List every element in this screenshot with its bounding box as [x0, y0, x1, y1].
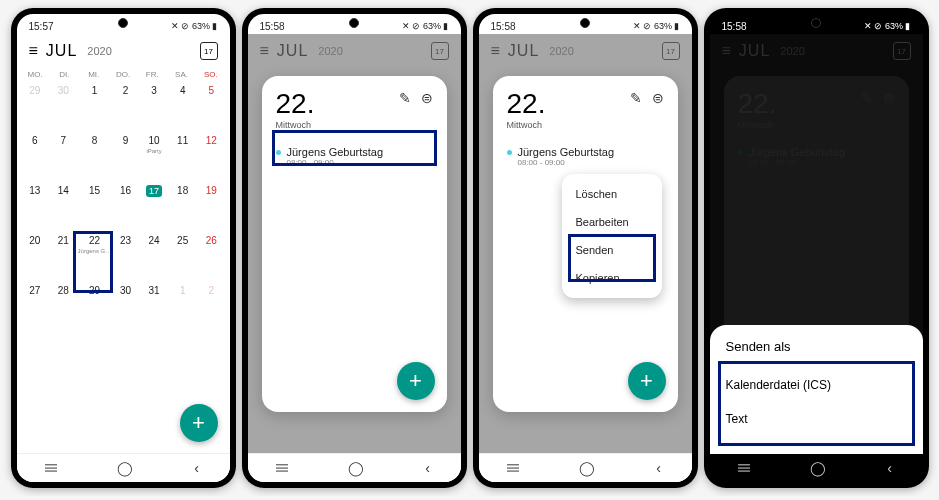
day-cell-today[interactable]: 17 [140, 181, 169, 231]
recents-button[interactable]: ||| [276, 463, 290, 472]
nav-bar: ||| ◯ ‹ [248, 453, 461, 482]
status-icons: ✕ ⊘ 63% ▮ [402, 21, 449, 31]
option-text[interactable]: Text [726, 402, 907, 436]
status-bar: 15:58 ✕ ⊘ 63% ▮ [710, 14, 923, 36]
context-menu: Löschen Bearbeiten Senden Kopieren [562, 174, 662, 298]
phone-1: 15:57 ✕ ⊘ 63% ▮ ≡ JUL 2020 17 MO. DI. MI… [11, 8, 236, 488]
camera-hole [349, 18, 359, 28]
event-dot-icon [507, 150, 512, 155]
day-cell[interactable]: 30 [49, 81, 78, 131]
status-bar: 15:58 ✕ ⊘ 63% ▮ [248, 14, 461, 36]
event-dot-icon [276, 150, 281, 155]
sheet-title: Senden als [726, 339, 907, 354]
back-button[interactable]: ‹ [887, 460, 892, 476]
day-cell-selected[interactable]: 22Jürgens G… [78, 231, 112, 281]
event-time: 08:00 - 09:00 [518, 158, 615, 167]
home-button[interactable]: ◯ [579, 460, 595, 476]
day-cell[interactable]: 29 [21, 81, 50, 131]
day-cell[interactable]: 13 [21, 181, 50, 231]
option-ics[interactable]: Kalenderdatei (ICS) [726, 368, 907, 402]
screen-2: 15:58 ✕ ⊘ 63% ▮ ≡ JUL 2020 17 22. Mittwo… [248, 14, 461, 482]
month-label[interactable]: JUL [46, 42, 77, 60]
camera-hole [118, 18, 128, 28]
nav-bar: ||| ◯ ‹ [710, 454, 923, 482]
status-bar: 15:58 ✕ ⊘ 63% ▮ [479, 14, 692, 36]
day-name: Mittwoch [507, 120, 546, 130]
day-cell[interactable]: 6 [21, 131, 50, 181]
day-cell[interactable]: 15 [78, 181, 112, 231]
day-cell[interactable]: 12 [197, 131, 226, 181]
event-time: 08:00 - 09:00 [287, 158, 384, 167]
recents-button[interactable]: ||| [507, 463, 521, 472]
day-cell[interactable]: 19 [197, 181, 226, 231]
clock: 15:58 [260, 21, 285, 32]
day-cell[interactable]: 9 [111, 131, 140, 181]
back-button[interactable]: ‹ [194, 460, 199, 476]
screen-4: 15:58 ✕ ⊘ 63% ▮ ≡ JUL 2020 17 22. Mittwo… [710, 14, 923, 482]
day-cell[interactable]: 2 [111, 81, 140, 131]
event-title: Jürgens Geburtstag [518, 146, 615, 158]
day-cell[interactable]: 27 [21, 281, 50, 331]
day-cell[interactable]: 29 [78, 281, 112, 331]
day-cell[interactable]: 16 [111, 181, 140, 231]
home-button[interactable]: ◯ [348, 460, 364, 476]
day-cell[interactable]: 3 [140, 81, 169, 131]
camera-hole [580, 18, 590, 28]
day-cell[interactable]: 23 [111, 231, 140, 281]
nav-bar: ||| ◯ ‹ [17, 453, 230, 482]
settings-toggle-icon[interactable]: ⊜ [421, 90, 433, 106]
day-cell[interactable]: 31 [140, 281, 169, 331]
day-cell[interactable]: 18 [168, 181, 197, 231]
menu-item-delete[interactable]: Löschen [562, 180, 662, 208]
day-cell[interactable]: 21 [49, 231, 78, 281]
home-button[interactable]: ◯ [810, 460, 826, 476]
day-number: 22. [276, 90, 315, 118]
day-cell[interactable]: 26 [197, 231, 226, 281]
settings-toggle-icon[interactable]: ⊜ [652, 90, 664, 106]
screen-3: 15:58 ✕ ⊘ 63% ▮ ≡ JUL 2020 17 22. Mittwo… [479, 14, 692, 482]
day-cell[interactable]: 25 [168, 231, 197, 281]
menu-item-edit[interactable]: Bearbeiten [562, 208, 662, 236]
clock: 15:58 [722, 21, 747, 32]
day-cell[interactable]: 28 [49, 281, 78, 331]
day-cell[interactable]: 1 [168, 281, 197, 331]
event-title: Jürgens Geburtstag [287, 146, 384, 158]
clock: 15:57 [29, 21, 54, 32]
add-event-fab[interactable]: + [180, 404, 218, 442]
back-button[interactable]: ‹ [425, 460, 430, 476]
day-cell[interactable]: 2 [197, 281, 226, 331]
year-label: 2020 [87, 45, 111, 57]
day-cell[interactable]: 8 [78, 131, 112, 181]
add-event-fab[interactable]: + [397, 362, 435, 400]
day-cell[interactable]: 10iParty [140, 131, 169, 181]
event-row[interactable]: Jürgens Geburtstag 08:00 - 09:00 [276, 144, 433, 169]
note-icon[interactable]: ✎ [399, 90, 411, 106]
day-cell[interactable]: 1 [78, 81, 112, 131]
phone-2: 15:58 ✕ ⊘ 63% ▮ ≡ JUL 2020 17 22. Mittwo… [242, 8, 467, 488]
day-cell[interactable]: 24 [140, 231, 169, 281]
weekday-row: MO. DI. MI. DO. FR. SA. SO. [17, 66, 230, 81]
camera-hole [811, 18, 821, 28]
card-header: 22. Mittwoch ✎ ⊜ [507, 90, 664, 130]
menu-item-copy[interactable]: Kopieren [562, 264, 662, 292]
day-cell[interactable]: 14 [49, 181, 78, 231]
recents-button[interactable]: ||| [738, 463, 752, 472]
month-grid[interactable]: 29 30 1 2 3 4 5 6 7 8 9 10iParty 11 12 1… [17, 81, 230, 331]
today-icon[interactable]: 17 [200, 42, 218, 60]
day-cell[interactable]: 7 [49, 131, 78, 181]
day-cell[interactable]: 20 [21, 231, 50, 281]
menu-item-send[interactable]: Senden [562, 236, 662, 264]
day-cell[interactable]: 11 [168, 131, 197, 181]
event-row[interactable]: Jürgens Geburtstag 08:00 - 09:00 [507, 144, 664, 169]
day-cell[interactable]: 4 [168, 81, 197, 131]
recents-button[interactable]: ||| [45, 463, 59, 472]
home-button[interactable]: ◯ [117, 460, 133, 476]
day-cell[interactable]: 30 [111, 281, 140, 331]
phone-4: 15:58 ✕ ⊘ 63% ▮ ≡ JUL 2020 17 22. Mittwo… [704, 8, 929, 488]
back-button[interactable]: ‹ [656, 460, 661, 476]
day-cell[interactable]: 5 [197, 81, 226, 131]
note-icon[interactable]: ✎ [630, 90, 642, 106]
card-header: 22. Mittwoch ✎ ⊜ [276, 90, 433, 130]
menu-icon[interactable]: ≡ [29, 43, 38, 59]
add-event-fab[interactable]: + [628, 362, 666, 400]
